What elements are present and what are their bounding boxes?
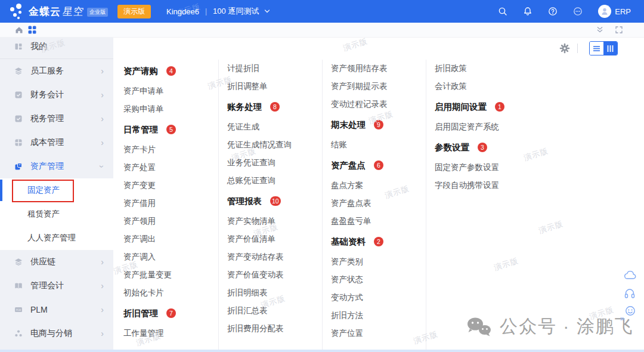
menu-item[interactable]: 盘盈盘亏单	[331, 212, 426, 230]
menu-item[interactable]: 资产价值清单	[227, 230, 322, 248]
menu-group-header: 日常管理5	[123, 118, 218, 141]
sidebar-item-0[interactable]: 我的	[0, 35, 113, 58]
sidebar: 我的员工服务›财务会计›税务管理›成本管理›资产管理›固定资产租赁资产人人资产管…	[0, 35, 113, 350]
menu-item[interactable]: 启用固定资产系统	[435, 118, 554, 136]
menu-item[interactable]: 折旧汇总表	[227, 302, 322, 320]
sidebar-item-10[interactable]: 管理会计›	[0, 274, 113, 298]
sidebar-item-9[interactable]: 供应链›	[0, 250, 113, 274]
sidebar-item-1[interactable]: 员工服务›	[0, 59, 113, 83]
sidebar-item-5[interactable]: 资产管理›	[0, 155, 113, 178]
sidebar-item-label: 员工服务	[30, 66, 64, 76]
menu-item[interactable]: 工作量管理	[123, 325, 218, 342]
menu-item[interactable]: 资产类别	[331, 253, 426, 271]
gear-icon[interactable]	[559, 43, 570, 54]
collapse-double-chevron-icon[interactable]	[595, 25, 605, 35]
menu-item[interactable]: 资产变动结存表	[227, 248, 322, 266]
count-badge: 5	[166, 125, 176, 134]
menu-item[interactable]: 计提折旧	[227, 60, 322, 78]
menu-group-label: 期末处理	[331, 119, 366, 131]
menu-group-header: 账务处理8	[227, 95, 322, 118]
menu-item[interactable]: 固定资产参数设置	[435, 159, 554, 177]
management-accounting-icon	[14, 282, 23, 290]
menu-item[interactable]: 资产实物清单	[227, 212, 322, 230]
menu-item[interactable]: 资产状态	[331, 271, 426, 289]
home-icon[interactable]	[14, 25, 24, 35]
column-view-button[interactable]	[603, 42, 617, 55]
menu-column-1: 资产请购4资产申请单采购申请单日常管理5资产卡片资产处置资产变更资产借用资产领用…	[115, 60, 219, 350]
menu-item[interactable]: 资产批量变更	[123, 266, 218, 284]
menu-column-4: 折旧政策会计政策启用期间设置1启用固定资产系统参数设置3固定资产参数设置字段自动…	[426, 60, 554, 350]
org-chevron-down-icon[interactable]	[264, 8, 271, 15]
count-badge: 10	[270, 196, 281, 206]
search-icon[interactable]	[498, 7, 507, 16]
user-menu[interactable]: ERP	[598, 5, 631, 18]
ecommerce-icon	[14, 329, 23, 338]
menu-item[interactable]: 折旧政策	[435, 60, 554, 78]
menu-item[interactable]: 资产到期提示表	[331, 78, 426, 95]
help-icon[interactable]	[548, 7, 558, 16]
sidebar-subitem-7[interactable]: 租赁资产	[0, 202, 113, 226]
count-badge: 1	[495, 102, 504, 112]
menu-item[interactable]: 资产位置	[331, 325, 426, 342]
menu-item[interactable]: 初始化卡片	[123, 284, 218, 302]
menu-item[interactable]: 凭证生成	[227, 118, 322, 136]
menu-item[interactable]: 资产盘点表	[331, 194, 426, 212]
menu-item[interactable]: 资产调入	[123, 248, 218, 266]
sidebar-subitem-label: 租赁资产	[27, 209, 60, 220]
menu-item[interactable]: 变动过程记录表	[331, 95, 426, 113]
sidebar-item-4[interactable]: 成本管理›	[0, 131, 113, 155]
list-view-icon	[593, 45, 600, 53]
menu-item[interactable]: 会计政策	[435, 78, 554, 95]
menu-item[interactable]: 字段自动携带设置	[435, 177, 554, 194]
sidebar-subitem-label: 人人资产管理	[27, 233, 76, 243]
menu-item[interactable]: 资产变更	[123, 177, 218, 194]
kingdee-logo-icon	[8, 3, 25, 20]
menu-item[interactable]: 资产领用	[123, 212, 218, 230]
tax-management-icon	[14, 115, 23, 123]
menu-item[interactable]: 业务凭证查询	[227, 154, 322, 172]
list-view-button[interactable]	[590, 42, 603, 55]
brand-suffix: 星空	[62, 5, 85, 18]
sidebar-item-2[interactable]: 财务会计›	[0, 83, 113, 107]
menu-item[interactable]: 折旧明细表	[227, 284, 322, 302]
fixed-asset-mega-menu: 资产请购4资产申请单采购申请单日常管理5资产卡片资产处置资产变更资产借用资产领用…	[115, 60, 554, 352]
more-chevrons-icon[interactable]: »	[620, 314, 624, 323]
menu-item[interactable]: 采购申请单	[123, 100, 218, 118]
assistant-icon[interactable]	[573, 7, 583, 16]
demo-version-badge: 演示版	[117, 5, 151, 18]
menu-item[interactable]: 折旧费用分配表	[227, 320, 322, 338]
sidebar-item-11[interactable]: PLMPLM›	[0, 298, 113, 322]
organization-switcher[interactable]: 100 逐同测试	[213, 6, 259, 17]
menu-item[interactable]: 资产处置	[123, 159, 218, 177]
menu-item[interactable]: 资产借用	[123, 194, 218, 212]
sidebar-subitem-6[interactable]: 固定资产	[0, 178, 113, 202]
apps-grid-icon[interactable]	[27, 25, 37, 35]
menu-item[interactable]: 资产申请单	[123, 82, 218, 100]
menu-item[interactable]: 折旧方法	[331, 307, 426, 325]
bell-icon[interactable]	[523, 7, 532, 16]
sidebar-item-12[interactable]: 电商与分销›	[0, 322, 113, 345]
sidebar-item-label: 我的	[30, 41, 47, 52]
menu-item[interactable]: 盘点方案	[331, 177, 426, 194]
expand-icon[interactable]	[614, 25, 624, 35]
count-badge: 8	[270, 102, 280, 112]
menu-item[interactable]: 折旧调整单	[227, 78, 322, 95]
headset-icon[interactable]	[624, 288, 636, 299]
finance-accounting-icon	[14, 91, 23, 99]
menu-item[interactable]: 总账凭证查询	[227, 172, 322, 190]
menu-item[interactable]: 资产领用结存表	[331, 60, 426, 78]
menu-item[interactable]: 资产卡片	[123, 141, 218, 159]
cloud-icon[interactable]	[624, 270, 637, 280]
supply-chain-icon	[14, 258, 23, 266]
menu-column-2: 计提折旧折旧调整单账务处理8凭证生成凭证生成情况查询业务凭证查询总账凭证查询管理…	[219, 60, 323, 350]
menu-item[interactable]: 凭证生成情况查询	[227, 136, 322, 154]
menu-item[interactable]: 变动方式	[331, 289, 426, 307]
menu-item[interactable]: 结账	[331, 136, 426, 154]
sidebar-item-3[interactable]: 税务管理›	[0, 107, 113, 131]
smiley-icon[interactable]	[625, 305, 636, 316]
menu-item[interactable]: 资产调出	[123, 230, 218, 248]
sidebar-subitem-8[interactable]: 人人资产管理	[0, 226, 113, 250]
menu-item[interactable]: 资产价值变动表	[227, 266, 322, 284]
menu-group-header: 期末处理9	[331, 113, 426, 136]
brand-name: 金蝶云	[29, 5, 61, 18]
